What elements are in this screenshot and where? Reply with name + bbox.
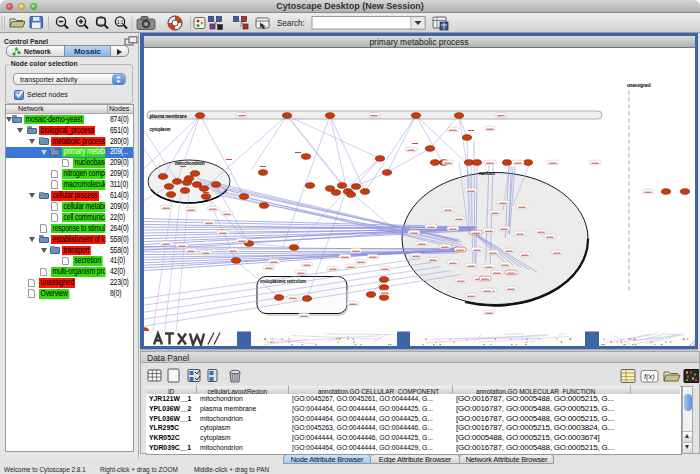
svg-text:plasma membrane: plasma membrane <box>149 114 187 119</box>
svg-text:endoplasmic reticulum: endoplasmic reticulum <box>260 279 306 284</box>
svg-text:Search:: Search: <box>277 17 305 27</box>
svg-text:mitochondrion: mitochondrion <box>175 161 205 166</box>
svg-text:cytoplasm: cytoplasm <box>149 127 170 132</box>
svg-text:1:1: 1:1 <box>117 19 124 24</box>
svg-text:unassigned: unassigned <box>627 83 651 88</box>
svg-text:f(x): f(x) <box>644 372 655 381</box>
